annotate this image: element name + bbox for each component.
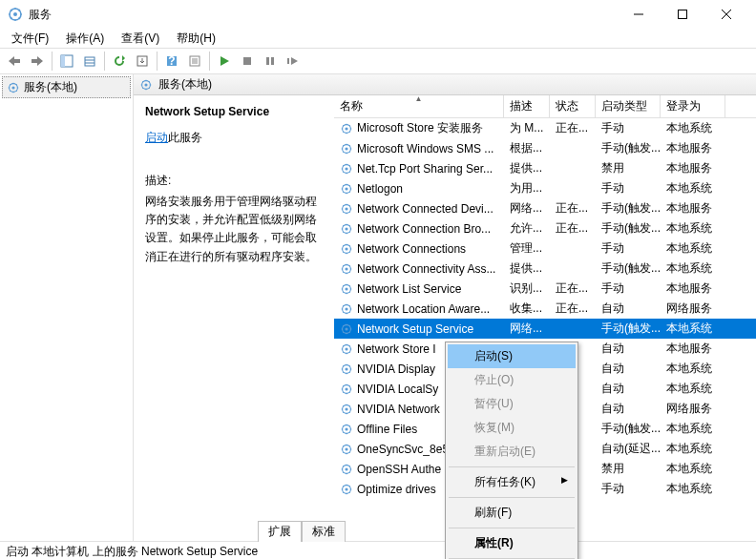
- ctx-resume[interactable]: 恢复(M): [448, 416, 576, 440]
- service-row[interactable]: Microsoft Store 安装服务为 M...正在...手动本地系统: [334, 118, 756, 138]
- description-label: 描述:: [145, 173, 323, 189]
- cell-name: Network Setup Service: [334, 322, 504, 336]
- service-row[interactable]: Network Connectivity Ass...提供...手动(触发...…: [334, 259, 756, 279]
- cell-startup: 手动: [596, 240, 661, 257]
- cell-startup: 自动: [596, 401, 661, 417]
- cell-startup: 自动: [596, 361, 661, 377]
- cell-desc: 提供...: [504, 260, 550, 277]
- svg-point-37: [345, 227, 347, 230]
- cell-desc: 提供...: [504, 160, 550, 176]
- service-row[interactable]: Network Connections管理...手动本地系统: [334, 238, 756, 259]
- toolbar: ?: [0, 48, 756, 74]
- svg-point-63: [345, 487, 347, 490]
- cell-logon: 本地系统: [661, 381, 725, 397]
- menubar: 文件(F) 操作(A) 查看(V) 帮助(H): [0, 29, 756, 48]
- svg-point-25: [144, 83, 147, 86]
- cell-logon: 本地服务: [661, 341, 725, 357]
- service-row[interactable]: Net.Tcp Port Sharing Ser...提供...禁用本地服务: [334, 158, 756, 178]
- show-hide-tree-button[interactable]: [56, 51, 77, 72]
- svg-point-59: [345, 447, 347, 450]
- svg-rect-8: [85, 57, 94, 66]
- minimize-button[interactable]: [617, 0, 661, 29]
- svg-point-29: [345, 147, 347, 150]
- cell-startup: 手动: [596, 120, 661, 136]
- cell-name: Netlogon: [334, 182, 504, 196]
- column-name[interactable]: 名称▲: [334, 95, 504, 117]
- help-button[interactable]: ?: [161, 51, 182, 72]
- cell-logon: 本地系统: [661, 240, 725, 257]
- cell-logon: 网络服务: [661, 401, 725, 417]
- ctx-stop[interactable]: 停止(O): [448, 368, 576, 392]
- pause-service-button[interactable]: [260, 51, 281, 72]
- cell-startup: 禁用: [596, 160, 661, 176]
- tree-root-label: 服务(本地): [24, 79, 77, 95]
- cell-startup: 自动(延迟...: [596, 441, 661, 457]
- svg-point-51: [345, 367, 347, 370]
- service-row[interactable]: Network Setup Service网络...手动(触发...本地系统: [334, 319, 756, 339]
- tree-root-item[interactable]: 服务(本地): [2, 76, 131, 98]
- cell-name: Microsoft Windows SMS ...: [334, 142, 504, 155]
- start-service-button[interactable]: [214, 51, 235, 72]
- export-list-button[interactable]: [79, 51, 100, 72]
- cell-logon: 本地服务: [661, 200, 725, 217]
- menu-view[interactable]: 查看(V): [114, 29, 167, 49]
- tab-standard[interactable]: 标准: [302, 521, 346, 542]
- svg-point-1: [13, 12, 17, 16]
- cell-desc: 识别...: [504, 280, 550, 297]
- ctx-properties[interactable]: 属性(R): [448, 531, 576, 555]
- service-row[interactable]: Network Connected Devi...网络...正在...手动(触发…: [334, 198, 756, 218]
- cell-startup: 手动: [596, 180, 661, 197]
- export-button[interactable]: [132, 51, 153, 72]
- start-service-link[interactable]: 启动: [145, 131, 168, 144]
- menu-action[interactable]: 操作(A): [58, 29, 112, 49]
- toolbar-separator: [104, 52, 105, 71]
- ctx-refresh[interactable]: 刷新(F): [448, 501, 576, 525]
- svg-point-53: [345, 387, 347, 390]
- ctx-pause[interactable]: 暂停(U): [448, 392, 576, 416]
- cell-desc: 收集...: [504, 300, 550, 317]
- cell-logon: 本地系统: [661, 481, 725, 497]
- menu-help[interactable]: 帮助(H): [169, 29, 223, 49]
- main-area: 服务(本地) 服务(本地) Network Setup Service 启动此服…: [0, 74, 756, 542]
- forward-button[interactable]: [27, 51, 48, 72]
- cell-logon: 本地系统: [661, 180, 725, 197]
- cell-name: Network Connectivity Ass...: [334, 262, 504, 276]
- cell-name: Network List Service: [334, 282, 504, 296]
- restart-service-button[interactable]: [283, 51, 304, 72]
- svg-point-39: [345, 247, 347, 250]
- start-suffix: 此服务: [168, 131, 202, 144]
- cell-status: 正在...: [550, 220, 596, 237]
- ctx-all-tasks[interactable]: 所有任务(K)▶: [448, 470, 576, 494]
- cell-logon: 本地服务: [661, 140, 725, 156]
- service-row[interactable]: Network Location Aware...收集...正在...自动网络服…: [334, 299, 756, 319]
- service-row[interactable]: Netlogon为用...手动本地系统: [334, 178, 756, 198]
- column-logon[interactable]: 登录为: [661, 95, 725, 117]
- window-title: 服务: [29, 7, 617, 23]
- maximize-button[interactable]: [661, 0, 704, 29]
- close-button[interactable]: [704, 0, 748, 29]
- cell-desc: 为 M...: [504, 120, 550, 136]
- svg-point-35: [345, 207, 347, 210]
- service-row[interactable]: Network List Service识别...正在...手动本地服务: [334, 279, 756, 299]
- ctx-separator: [449, 497, 575, 498]
- service-row[interactable]: Network Connection Bro...允许...正在...手动(触发…: [334, 218, 756, 238]
- column-startup[interactable]: 启动类型: [596, 95, 661, 117]
- refresh-button[interactable]: [109, 51, 130, 72]
- stop-service-button[interactable]: [237, 51, 258, 72]
- column-description[interactable]: 描述: [504, 95, 550, 117]
- service-row[interactable]: Microsoft Windows SMS ...根据...手动(触发...本地…: [334, 138, 756, 158]
- ctx-restart[interactable]: 重新启动(E): [448, 440, 576, 464]
- statusbar: 启动 本地计算机 上的服务 Network Setup Service: [0, 542, 756, 559]
- back-button[interactable]: [4, 51, 25, 72]
- svg-point-55: [345, 407, 347, 410]
- properties-button[interactable]: [184, 51, 205, 72]
- cell-name: Net.Tcp Port Sharing Ser...: [334, 162, 504, 176]
- ctx-start[interactable]: 启动(S): [448, 344, 576, 368]
- toolbar-separator: [157, 52, 158, 71]
- column-status[interactable]: 状态: [550, 95, 596, 117]
- tab-extended[interactable]: 扩展: [258, 521, 302, 542]
- menu-file[interactable]: 文件(F): [4, 29, 56, 49]
- cell-startup: 手动(触发...: [596, 200, 661, 217]
- cell-desc: 网络...: [504, 321, 550, 337]
- cell-logon: 本地系统: [661, 441, 725, 457]
